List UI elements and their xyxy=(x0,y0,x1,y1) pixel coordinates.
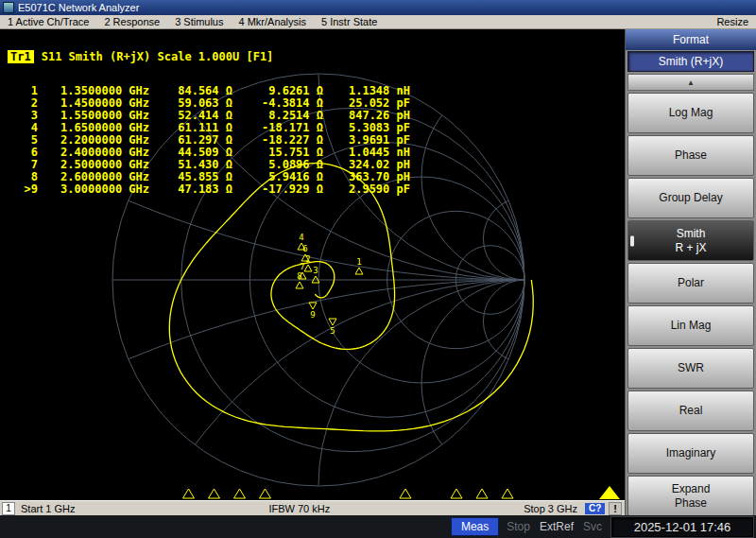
softkey-label: Smith xyxy=(677,227,706,241)
chart-marker-label: 1 xyxy=(356,257,361,267)
softkey-panel: Format Smith (R+jX) ▲ Log MagPhaseGroup … xyxy=(625,29,756,515)
resize-button[interactable]: Resize xyxy=(716,16,756,27)
axis-marker[interactable] xyxy=(260,489,271,498)
axis-marker[interactable] xyxy=(451,489,462,498)
title-bar: E5071C Network Analyzer xyxy=(0,0,756,15)
menu-item-2-response[interactable]: 2 Response xyxy=(96,16,167,27)
axis-marker[interactable] xyxy=(502,489,513,498)
channel-status-bar: 1 Start 1 GHz IFBW 70 kHz Stop 3 GHz C? … xyxy=(0,500,625,515)
softkey-label: Polar xyxy=(678,276,704,290)
softkey-label: Group Delay xyxy=(659,191,722,205)
ifbw-label: IFBW 70 kHz xyxy=(75,503,524,514)
softkey-phase[interactable]: Phase xyxy=(627,135,754,176)
chart-marker-8[interactable] xyxy=(296,282,303,288)
marker-reactance: -17.929 Ω xyxy=(232,183,323,196)
softkey-imaginary[interactable]: Imaginary xyxy=(627,433,754,474)
softkey-lin-mag[interactable]: Lin Mag xyxy=(627,305,754,346)
sweep-stop-indicator: Stop xyxy=(507,520,530,533)
softkey-label: Real xyxy=(679,404,703,418)
cal-status-badge: C? xyxy=(585,503,605,514)
chart-marker-label: 8 xyxy=(297,271,301,281)
softkey-swr[interactable]: SWR xyxy=(627,348,754,389)
softkey-label: Lin Mag xyxy=(671,319,712,333)
chart-marker-9[interactable] xyxy=(309,303,317,309)
chart-marker-label: 3 xyxy=(313,266,318,275)
chart-marker-label: 2 xyxy=(305,254,310,264)
meas-status-indicator: Meas xyxy=(451,517,499,536)
axis-marker[interactable] xyxy=(476,489,488,498)
softkey-smith-r-jx[interactable]: SmithR + jX xyxy=(627,220,754,261)
vna-screen: E5071C Network Analyzer 1 Active Ch/Trac… xyxy=(0,0,756,538)
channel-number: 1 xyxy=(2,502,15,515)
menu-item-5-instr-state[interactable]: 5 Instr State xyxy=(314,16,385,27)
trace-header: Tr1 S11 Smith (R+jX) Scale 1.000U [F1] xyxy=(8,50,273,63)
alert-badge: ! xyxy=(609,502,622,515)
axis-marker[interactable] xyxy=(183,489,195,498)
softkey-label: SWR xyxy=(678,361,704,375)
stop-frequency-label: Stop 3 GHz xyxy=(524,503,577,514)
datetime-display: 2025-12-01 17:46 xyxy=(611,517,753,537)
marker-table: 11.3500000 GHz84.564 Ω9.6261 Ω1.1348 nH2… xyxy=(13,85,410,196)
menu-bar: 1 Active Ch/Trace2 Response3 Stimulus4 M… xyxy=(0,15,756,29)
softkey-list: Log MagPhaseGroup DelaySmithR + jXPolarL… xyxy=(626,92,756,519)
chart-marker-2[interactable] xyxy=(304,265,312,271)
s11-trace xyxy=(169,164,533,431)
softkey-label: Log Mag xyxy=(669,106,713,120)
softkey-menu-title: Format xyxy=(626,29,756,50)
softkey-label: Phase xyxy=(675,148,707,163)
chart-marker-label: 4 xyxy=(299,233,303,242)
scroll-up-button[interactable]: ▲ xyxy=(627,74,754,91)
extref-indicator: ExtRef xyxy=(540,520,574,533)
axis-marker[interactable] xyxy=(209,489,220,498)
softkey-log-mag[interactable]: Log Mag xyxy=(627,93,754,133)
svc-indicator: Svc xyxy=(583,520,602,533)
chart-marker-label: 5 xyxy=(330,326,335,336)
chart-marker-1[interactable] xyxy=(355,268,363,274)
chart-marker-5[interactable] xyxy=(329,319,336,325)
scroll-up-icon: ▲ xyxy=(687,78,695,87)
instrument-status-bar: Meas Stop ExtRef Svc 2025-12-01 17:46 xyxy=(0,515,756,538)
start-frequency-label: Start 1 GHz xyxy=(21,503,75,514)
marker-resistance: 47.183 Ω xyxy=(149,183,232,196)
softkey-group-delay[interactable]: Group Delay xyxy=(627,178,754,218)
marker-equivalent: 2.9590 pF xyxy=(323,183,410,196)
softkey-real[interactable]: Real xyxy=(627,390,754,431)
format-selected-display: Smith (R+jX) xyxy=(627,51,754,72)
axis-marker[interactable] xyxy=(400,489,411,498)
softkey-label: R + jX xyxy=(675,241,706,255)
menu-item-1-active-ch-trace[interactable]: 1 Active Ch/Trace xyxy=(0,16,96,27)
softkey-expand-phase[interactable]: ExpandPhase xyxy=(627,476,754,516)
app-icon xyxy=(3,2,14,13)
softkey-label: Imaginary xyxy=(666,446,716,460)
chart-marker-label: 9 xyxy=(310,310,315,320)
axis-marker[interactable] xyxy=(234,489,246,498)
display-area: 146278395 Tr1 S11 Smith (R+jX) Scale 1.0… xyxy=(0,29,625,500)
window-title: E5071C Network Analyzer xyxy=(18,2,139,13)
softkey-label: Expand xyxy=(672,482,711,496)
chart-marker-label: 6 xyxy=(302,244,307,253)
menu-item-3-stimulus[interactable]: 3 Stimulus xyxy=(167,16,231,27)
softkey-polar[interactable]: Polar xyxy=(627,263,754,304)
active-trace-chip[interactable]: Tr1 xyxy=(8,50,34,63)
menu-item-4-mkr-analysis[interactable]: 4 Mkr/Analysis xyxy=(231,16,314,27)
softkey-label: Phase xyxy=(675,496,707,511)
menu-items: 1 Active Ch/Trace2 Response3 Stimulus4 M… xyxy=(0,16,385,27)
chart-marker-label: 7 xyxy=(300,262,304,271)
marker-frequency: 3.0000000 GHz xyxy=(38,183,149,196)
active-axis-marker[interactable] xyxy=(599,486,620,499)
marker-row: >93.0000000 GHz47.183 Ω-17.929 Ω2.9590 p… xyxy=(13,183,410,196)
trace-title: S11 Smith (R+jX) Scale 1.000U [F1] xyxy=(42,50,274,63)
marker-number: >9 xyxy=(13,183,38,196)
